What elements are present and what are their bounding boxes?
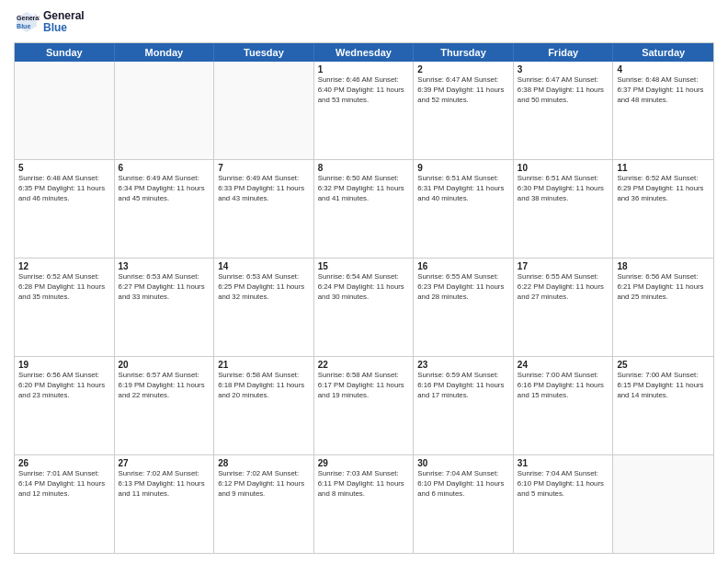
cell-info: Sunrise: 6:47 AM Sunset: 6:38 PM Dayligh… [518, 75, 609, 106]
cell-info: Sunrise: 7:03 AM Sunset: 6:11 PM Dayligh… [318, 469, 410, 500]
calendar-row: 26Sunrise: 7:01 AM Sunset: 6:14 PM Dayli… [15, 454, 713, 553]
day-number: 27 [119, 458, 210, 468]
day-number: 1 [318, 64, 410, 75]
calendar-row: 19Sunrise: 6:56 AM Sunset: 6:20 PM Dayli… [15, 356, 713, 454]
day-number: 24 [518, 360, 609, 370]
weekday-header: Tuesday [214, 43, 314, 62]
cell-info: Sunrise: 6:53 AM Sunset: 6:25 PM Dayligh… [218, 272, 310, 303]
calendar-cell: 20Sunrise: 6:57 AM Sunset: 6:19 PM Dayli… [115, 357, 215, 454]
calendar-cell: 26Sunrise: 7:01 AM Sunset: 6:14 PM Dayli… [15, 455, 115, 553]
weekday-header: Friday [514, 43, 614, 62]
calendar-cell [15, 62, 115, 159]
day-number: 3 [518, 64, 609, 75]
generalblue-icon: General Blue [14, 9, 40, 35]
calendar-cell: 30Sunrise: 7:04 AM Sunset: 6:10 PM Dayli… [414, 455, 514, 553]
calendar-cell: 23Sunrise: 6:59 AM Sunset: 6:16 PM Dayli… [414, 357, 514, 454]
cell-info: Sunrise: 6:53 AM Sunset: 6:27 PM Dayligh… [119, 272, 210, 303]
calendar-cell [214, 62, 314, 159]
calendar-cell: 31Sunrise: 7:04 AM Sunset: 6:10 PM Dayli… [514, 455, 614, 553]
calendar-cell: 13Sunrise: 6:53 AM Sunset: 6:27 PM Dayli… [115, 259, 215, 356]
calendar-cell: 2Sunrise: 6:47 AM Sunset: 6:39 PM Daylig… [414, 62, 514, 159]
calendar-cell: 27Sunrise: 7:02 AM Sunset: 6:13 PM Dayli… [115, 455, 215, 553]
day-number: 29 [318, 458, 410, 468]
day-number: 14 [218, 261, 310, 271]
cell-info: Sunrise: 6:54 AM Sunset: 6:24 PM Dayligh… [318, 272, 410, 303]
header: General Blue General Blue [14, 9, 714, 35]
cell-info: Sunrise: 7:00 AM Sunset: 6:16 PM Dayligh… [518, 371, 609, 401]
cell-info: Sunrise: 7:00 AM Sunset: 6:15 PM Dayligh… [617, 371, 710, 401]
svg-text:General: General [17, 15, 40, 21]
calendar-cell: 24Sunrise: 7:00 AM Sunset: 6:16 PM Dayli… [514, 357, 614, 454]
calendar-cell: 11Sunrise: 6:52 AM Sunset: 6:29 PM Dayli… [613, 160, 713, 258]
day-number: 16 [417, 261, 509, 271]
calendar-row: 12Sunrise: 6:52 AM Sunset: 6:28 PM Dayli… [15, 258, 713, 356]
calendar-cell: 3Sunrise: 6:47 AM Sunset: 6:38 PM Daylig… [514, 62, 614, 159]
calendar-row: 5Sunrise: 6:48 AM Sunset: 6:35 PM Daylig… [15, 159, 713, 258]
cell-info: Sunrise: 7:02 AM Sunset: 6:13 PM Dayligh… [119, 469, 210, 500]
logo: General Blue General Blue [14, 9, 85, 35]
weekday-header: Thursday [414, 43, 514, 62]
cell-info: Sunrise: 6:58 AM Sunset: 6:18 PM Dayligh… [218, 371, 310, 401]
calendar-cell: 9Sunrise: 6:51 AM Sunset: 6:31 PM Daylig… [414, 160, 514, 258]
cell-info: Sunrise: 6:48 AM Sunset: 6:35 PM Dayligh… [18, 174, 110, 204]
calendar-cell: 12Sunrise: 6:52 AM Sunset: 6:28 PM Dayli… [15, 259, 115, 356]
calendar-cell: 15Sunrise: 6:54 AM Sunset: 6:24 PM Dayli… [314, 259, 415, 356]
day-number: 28 [218, 458, 310, 468]
weekday-header: Saturday [613, 43, 713, 62]
calendar-cell: 6Sunrise: 6:49 AM Sunset: 6:34 PM Daylig… [115, 160, 215, 258]
cell-info: Sunrise: 6:49 AM Sunset: 6:34 PM Dayligh… [119, 174, 210, 204]
cell-info: Sunrise: 7:04 AM Sunset: 6:10 PM Dayligh… [417, 469, 509, 500]
cell-info: Sunrise: 6:47 AM Sunset: 6:39 PM Dayligh… [417, 75, 509, 106]
calendar-cell: 14Sunrise: 6:53 AM Sunset: 6:25 PM Dayli… [214, 259, 314, 356]
calendar-cell: 4Sunrise: 6:48 AM Sunset: 6:37 PM Daylig… [613, 62, 713, 159]
cell-info: Sunrise: 6:52 AM Sunset: 6:28 PM Dayligh… [18, 272, 110, 303]
day-number: 30 [417, 458, 509, 468]
day-number: 21 [218, 360, 310, 370]
day-number: 13 [119, 261, 210, 271]
calendar-cell: 1Sunrise: 6:46 AM Sunset: 6:40 PM Daylig… [314, 62, 415, 159]
calendar-cell: 25Sunrise: 7:00 AM Sunset: 6:15 PM Dayli… [613, 357, 713, 454]
calendar-row: 1Sunrise: 6:46 AM Sunset: 6:40 PM Daylig… [15, 62, 713, 159]
calendar-cell: 8Sunrise: 6:50 AM Sunset: 6:32 PM Daylig… [314, 160, 415, 258]
cell-info: Sunrise: 6:55 AM Sunset: 6:22 PM Dayligh… [518, 272, 609, 303]
calendar: SundayMondayTuesdayWednesdayThursdayFrid… [14, 42, 714, 554]
day-number: 4 [617, 64, 710, 75]
cell-info: Sunrise: 6:57 AM Sunset: 6:19 PM Dayligh… [119, 371, 210, 401]
cell-info: Sunrise: 6:50 AM Sunset: 6:32 PM Dayligh… [318, 174, 410, 204]
calendar-cell [613, 455, 713, 553]
weekday-header: Monday [115, 43, 215, 62]
day-number: 9 [417, 163, 509, 173]
weekday-header: Sunday [15, 43, 115, 62]
cell-info: Sunrise: 6:56 AM Sunset: 6:21 PM Dayligh… [617, 272, 710, 303]
day-number: 19 [18, 360, 110, 370]
cell-info: Sunrise: 6:51 AM Sunset: 6:30 PM Dayligh… [518, 174, 609, 204]
cell-info: Sunrise: 7:02 AM Sunset: 6:12 PM Dayligh… [218, 469, 310, 500]
cell-info: Sunrise: 6:55 AM Sunset: 6:23 PM Dayligh… [417, 272, 509, 303]
day-number: 26 [18, 458, 110, 468]
cell-info: Sunrise: 6:51 AM Sunset: 6:31 PM Dayligh… [417, 174, 509, 204]
cell-info: Sunrise: 6:49 AM Sunset: 6:33 PM Dayligh… [218, 174, 310, 204]
calendar-cell: 21Sunrise: 6:58 AM Sunset: 6:18 PM Dayli… [214, 357, 314, 454]
cell-info: Sunrise: 6:56 AM Sunset: 6:20 PM Dayligh… [18, 371, 110, 401]
day-number: 10 [518, 163, 609, 173]
day-number: 25 [617, 360, 710, 370]
logo-blue: Blue [43, 22, 85, 34]
calendar-cell: 5Sunrise: 6:48 AM Sunset: 6:35 PM Daylig… [15, 160, 115, 258]
day-number: 18 [617, 261, 710, 271]
calendar-cell: 10Sunrise: 6:51 AM Sunset: 6:30 PM Dayli… [514, 160, 614, 258]
day-number: 8 [318, 163, 410, 173]
day-number: 23 [417, 360, 509, 370]
day-number: 12 [18, 261, 110, 271]
day-number: 20 [119, 360, 210, 370]
calendar-body: 1Sunrise: 6:46 AM Sunset: 6:40 PM Daylig… [15, 62, 713, 553]
calendar-cell: 18Sunrise: 6:56 AM Sunset: 6:21 PM Dayli… [613, 259, 713, 356]
weekday-header: Wednesday [314, 43, 415, 62]
cell-info: Sunrise: 6:46 AM Sunset: 6:40 PM Dayligh… [318, 75, 410, 106]
svg-text:Blue: Blue [17, 23, 30, 29]
calendar-cell: 29Sunrise: 7:03 AM Sunset: 6:11 PM Dayli… [314, 455, 415, 553]
day-number: 11 [617, 163, 710, 173]
calendar-cell [115, 62, 215, 159]
day-number: 31 [518, 458, 609, 468]
day-number: 5 [18, 163, 110, 173]
cell-info: Sunrise: 6:59 AM Sunset: 6:16 PM Dayligh… [417, 371, 509, 401]
